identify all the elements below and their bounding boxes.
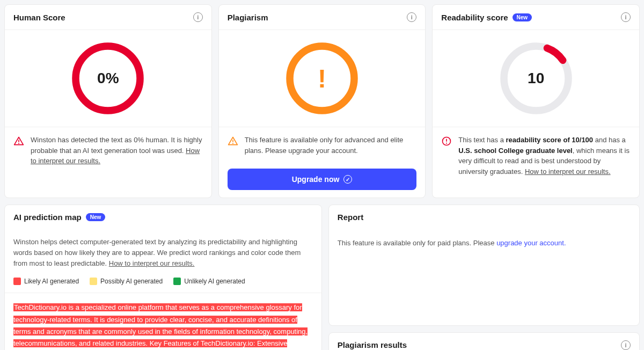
card-title: AI prediction map — [13, 213, 82, 222]
human-score-gauge: 0% — [5, 30, 211, 127]
footer-text: Winston has detected the text as 0% huma… — [31, 135, 203, 166]
card-title: Plagiarism results — [338, 340, 407, 349]
info-icon[interactable]: i — [621, 12, 631, 22]
card-footer: Winston has detected the text as 0% huma… — [5, 127, 211, 174]
alert-circle-icon — [441, 136, 452, 147]
readability-card: Readability score New i 10 This text has… — [432, 4, 640, 198]
card-title: Report — [338, 213, 363, 222]
ai-prediction-map-card: AI prediction map New Winston helps dete… — [4, 205, 322, 350]
card-title: Readability score — [441, 13, 508, 22]
check-circle-icon: ✓ — [343, 175, 352, 184]
legend-label: Possibly AI generated — [100, 278, 163, 285]
legend-swatch-icon — [173, 278, 181, 285]
card-footer: This text has a readability score of 10/… — [433, 127, 639, 184]
human-score-card: Human Score i 0% Winston has detected th… — [4, 4, 212, 198]
new-badge: New — [513, 13, 532, 21]
card-header: Readability score New i — [433, 5, 639, 30]
readability-footer-msg: This text has a readability score of 10/… — [458, 135, 631, 177]
human-footer-msg: Winston has detected the text as 0% huma… — [31, 136, 202, 155]
interpret-results-link[interactable]: How to interpret our results. — [525, 167, 611, 176]
svg-point-10 — [446, 143, 447, 144]
upgrade-button-label: Upgrade now — [292, 175, 340, 184]
detail-row: AI prediction map New Winston helps dete… — [4, 205, 640, 350]
right-column: Report This feature is available only fo… — [328, 205, 640, 350]
report-card: Report This feature is available only fo… — [328, 205, 640, 326]
plagiarism-gauge: ! — [219, 30, 426, 127]
plagiarism-results-card: Plagiarism results i This feature is ava… — [328, 332, 640, 350]
analyzed-text: TechDictionary.io is a specialized onlin… — [5, 293, 321, 350]
legend-unlikely: Unlikely AI generated — [173, 278, 245, 285]
plagiarism-footer-msg: This feature is available only for advan… — [245, 135, 417, 156]
interpret-results-link[interactable]: How to interpret our results. — [109, 259, 195, 267]
upgrade-account-link[interactable]: upgrade your account. — [496, 239, 566, 247]
info-icon[interactable]: i — [621, 340, 631, 350]
card-header: Human Score i — [5, 5, 211, 30]
card-footer: This feature is available only for advan… — [219, 127, 426, 198]
legend-label: Likely AI generated — [24, 278, 79, 285]
report-body: This feature is available only for paid … — [329, 229, 639, 257]
plagiarism-card: Plagiarism i ! This feature is available… — [218, 4, 426, 198]
exclamation-icon: ! — [318, 64, 326, 93]
alert-triangle-icon — [228, 136, 238, 147]
legend: Likely AI generated Possibly AI generate… — [5, 274, 321, 293]
upgrade-button[interactable]: Upgrade now ✓ — [228, 169, 417, 190]
card-header: Report — [329, 205, 639, 229]
svg-point-5 — [232, 143, 233, 144]
card-header: Plagiarism results i — [329, 333, 639, 350]
info-icon[interactable]: i — [407, 12, 416, 22]
card-header: Plagiarism i — [219, 5, 426, 30]
card-header: AI prediction map New — [5, 205, 321, 229]
ai-map-description: Winston helps detect computer-generated … — [5, 229, 321, 274]
legend-swatch-icon — [13, 278, 21, 285]
svg-point-2 — [18, 143, 19, 144]
info-icon[interactable]: i — [193, 12, 203, 22]
gauge-value: 10 — [528, 70, 544, 87]
readability-gauge: 10 — [433, 30, 639, 127]
score-cards-row: Human Score i 0% Winston has detected th… — [4, 4, 640, 198]
legend-swatch-icon — [90, 278, 97, 285]
highlighted-text: TechDictionary.io is a specialized onlin… — [13, 303, 312, 350]
alert-triangle-icon — [13, 136, 24, 147]
card-title: Human Score — [13, 13, 65, 22]
gauge-value: 0% — [97, 70, 119, 87]
legend-possibly: Possibly AI generated — [90, 278, 163, 285]
legend-likely: Likely AI generated — [13, 278, 79, 285]
legend-label: Unlikely AI generated — [184, 278, 245, 285]
card-title: Plagiarism — [228, 13, 268, 22]
new-badge: New — [86, 213, 106, 221]
